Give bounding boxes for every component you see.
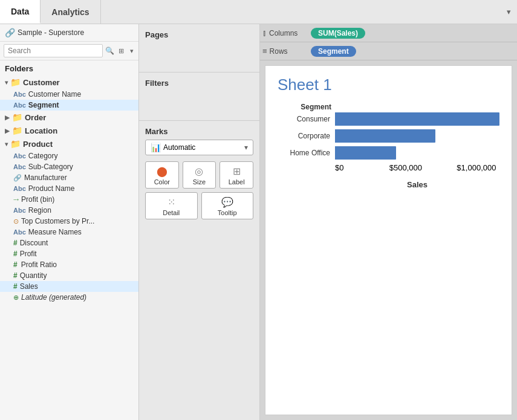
columns-pill[interactable]: SUM(Sales) xyxy=(311,28,365,39)
axis-col xyxy=(335,103,499,111)
marks-color-button[interactable]: ⬤ Color xyxy=(145,161,179,189)
field-region[interactable]: Abc Region xyxy=(0,205,138,216)
marks-detail-button[interactable]: ⁙ Detail xyxy=(145,192,198,219)
field-sales[interactable]: # Sales xyxy=(0,281,138,292)
chevron-right-icon: ▶ xyxy=(5,128,10,134)
search-bar: 🔍 ⊞ ▾ xyxy=(0,42,138,60)
field-label: Profit Ratio xyxy=(20,260,57,269)
measure-icon: # xyxy=(13,282,18,291)
abc-icon: Abc xyxy=(13,91,26,98)
bar-chart-icon: 📊 xyxy=(151,143,161,152)
field-measure-names[interactable]: Abc Measure Names xyxy=(0,227,138,237)
folder-customer-label: Customer xyxy=(23,78,60,87)
bar-fill xyxy=(335,146,396,160)
color-label: Color xyxy=(154,178,170,186)
field-label: Product Name xyxy=(28,184,75,193)
measure-icon: ⤏ xyxy=(13,196,19,204)
folder-location-header[interactable]: ▶ 📁 Location xyxy=(0,124,138,137)
folder-customer: ▾ 📁 Customer Abc Customer Name Abc Segme… xyxy=(0,76,138,111)
field-sub-category[interactable]: Abc Sub-Category xyxy=(0,161,138,172)
folder-order-header[interactable]: ▶ 📁 Order xyxy=(0,111,138,124)
columns-shelf-label: ⫿ Columns xyxy=(262,28,311,37)
rows-shelf: ≡ Rows Segment xyxy=(260,42,517,60)
rows-pill[interactable]: Segment xyxy=(311,46,356,57)
field-label: Segment xyxy=(28,101,59,109)
folders-label: Folders xyxy=(0,60,138,76)
chevron-down-icon: ▾ xyxy=(5,141,8,147)
field-category[interactable]: Abc Category xyxy=(0,150,138,161)
field-manufacturer[interactable]: 🔗 Manufacturer xyxy=(0,172,138,183)
marks-type-label: Automatic xyxy=(163,143,195,152)
folder-icon: 📁 xyxy=(12,112,22,122)
folder-customer-header[interactable]: ▾ 📁 Customer xyxy=(0,76,138,89)
field-label: Category xyxy=(28,152,58,160)
marks-tooltip-button[interactable]: 💬 Tooltip xyxy=(201,192,254,219)
pages-label: Pages xyxy=(145,30,253,39)
folder-order: ▶ 📁 Order xyxy=(0,111,138,124)
field-label: Measure Names xyxy=(28,228,82,236)
abc-icon: Abc xyxy=(13,163,26,170)
field-quantity[interactable]: # Quantity xyxy=(0,270,138,281)
measure-icon: # xyxy=(13,250,18,258)
bar-label: Consumer xyxy=(278,115,335,123)
folder-location: ▶ 📁 Location xyxy=(0,124,138,137)
field-discount[interactable]: # Discount xyxy=(0,237,138,248)
chevron-right-icon: ▶ xyxy=(5,114,10,121)
field-label: Profit (bin) xyxy=(21,195,54,204)
tick-1m: $1,000,000 xyxy=(457,163,496,172)
rows-icon: ≡ xyxy=(262,47,267,56)
tab-analytics[interactable]: Analytics xyxy=(41,0,100,24)
field-latitude[interactable]: ⊕ Latitude (generated) xyxy=(0,292,138,303)
field-label: Profit xyxy=(20,250,37,258)
field-profit-ratio[interactable]: # Profit Ratio xyxy=(0,259,138,270)
label-label: Label xyxy=(229,178,245,186)
abc-icon: Abc xyxy=(13,102,26,109)
marks-size-button[interactable]: ◎ Size xyxy=(183,161,216,189)
center-panel: Pages Filters Marks 📊 Automatic ▾ ⬤ Colo… xyxy=(139,24,260,420)
field-label: Manufacturer xyxy=(24,173,67,182)
folder-location-label: Location xyxy=(25,126,57,135)
field-label: Sub-Category xyxy=(28,163,73,171)
calc-icon: ⊙ xyxy=(13,218,19,225)
tick-0: $0 xyxy=(335,163,343,172)
field-label: Latitude (generated) xyxy=(21,293,86,302)
rows-label-text: Rows xyxy=(270,47,288,56)
shelf-area: ⫿ Columns SUM(Sales) ≡ Rows Segment xyxy=(260,24,517,60)
folder-product-header[interactable]: ▾ 📁 Product xyxy=(0,137,138,150)
folder-product-label: Product xyxy=(23,140,53,149)
search-icon[interactable]: 🔍 xyxy=(105,47,114,55)
search-input[interactable] xyxy=(4,44,103,57)
marks-label-button[interactable]: ⊞ Label xyxy=(219,161,253,189)
tab-data[interactable]: Data xyxy=(0,0,41,24)
field-product-name[interactable]: Abc Product Name xyxy=(0,183,138,194)
param-icon: 🔗 xyxy=(13,174,22,182)
segment-header: Segment xyxy=(278,103,335,111)
datasource-bar: 🔗 Sample - Superstore xyxy=(0,24,138,42)
measure-icon: # xyxy=(13,239,18,247)
field-customer-name[interactable]: Abc Customer Name xyxy=(0,89,138,100)
field-top-customers[interactable]: ⊙ Top Customers by Pr... xyxy=(0,216,138,227)
grid-view-button[interactable]: ⊞ xyxy=(117,46,126,56)
filters-content xyxy=(145,90,253,117)
bar-track xyxy=(335,129,499,143)
field-segment[interactable]: Abc Segment xyxy=(0,100,138,111)
detail-label: Detail xyxy=(163,209,180,216)
marks-type-dropdown[interactable]: 📊 Automatic ▾ xyxy=(145,140,253,155)
tab-arrow[interactable]: ▾ xyxy=(501,7,517,16)
tab-bar: Data Analytics ▾ xyxy=(0,0,517,24)
detail-icon: ⁙ xyxy=(167,196,175,208)
sort-dropdown-button[interactable]: ▾ xyxy=(128,46,135,56)
field-profit[interactable]: # Profit xyxy=(0,248,138,259)
field-profit-bin[interactable]: ⤏ Profit (bin) xyxy=(0,194,138,205)
bar-track xyxy=(335,146,499,160)
marks-section: Marks 📊 Automatic ▾ ⬤ Color ◎ Size ⊞ Lab… xyxy=(139,121,259,420)
marks-row2: ⁙ Detail 💬 Tooltip xyxy=(145,192,253,219)
abc-icon: Abc xyxy=(13,228,26,236)
chart-header: Segment xyxy=(278,103,499,111)
table-row: Consumer xyxy=(278,112,499,126)
abc-icon: Abc xyxy=(13,152,26,160)
pages-section: Pages xyxy=(139,24,259,73)
x-axis-label: Sales xyxy=(335,180,499,189)
folder-icon: 📁 xyxy=(10,77,21,87)
chart-area: Sheet 1 Segment Consumer Corporate xyxy=(265,65,512,415)
